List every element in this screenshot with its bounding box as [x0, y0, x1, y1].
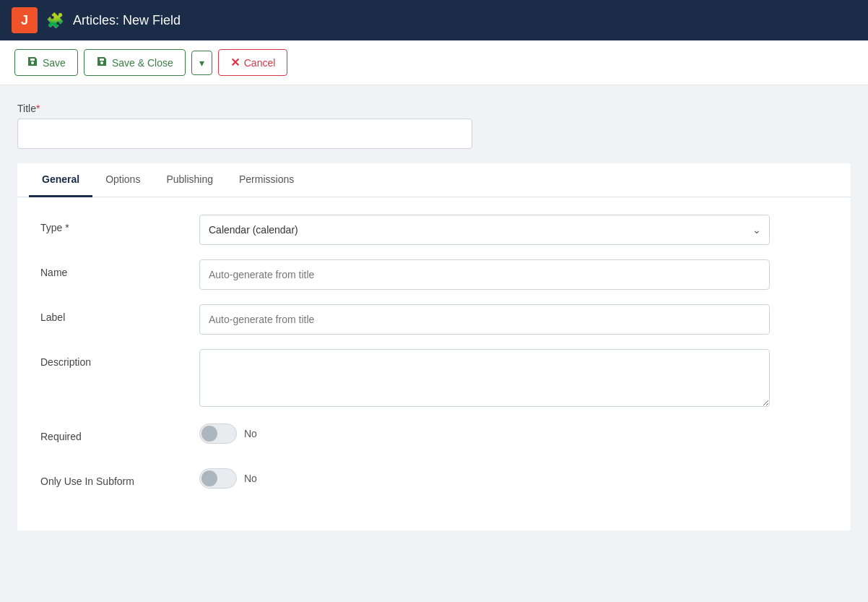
subform-value: No [244, 473, 257, 484]
title-section: Title* [17, 103, 851, 149]
cancel-button[interactable]: ✕ Cancel [218, 49, 288, 76]
name-input[interactable] [199, 259, 770, 290]
required-toggle-slider [199, 423, 237, 444]
required-label: Required [40, 423, 199, 442]
form-row-description: Description [40, 349, 828, 409]
description-textarea[interactable] [199, 349, 770, 407]
subform-control: No [199, 468, 770, 489]
top-bar: J 🧩 Articles: New Field [0, 0, 868, 40]
type-select[interactable]: Calendar (calendar) [199, 215, 770, 245]
tab-options[interactable]: Options [92, 163, 153, 197]
subform-toggle-slider [199, 468, 237, 489]
joomla-logo: J [12, 7, 38, 33]
type-control: Calendar (calendar) ⌄ [199, 215, 770, 245]
description-control [199, 349, 770, 409]
description-label: Description [40, 349, 199, 368]
form-row-label: Label [40, 304, 828, 335]
label-input[interactable] [199, 304, 770, 335]
puzzle-icon: 🧩 [46, 12, 64, 29]
form-row-subform: Only Use In Subform No [40, 468, 828, 499]
cancel-x-icon: ✕ [230, 56, 240, 69]
required-toggle-row: No [199, 423, 770, 444]
save-icon [27, 56, 38, 69]
required-value: No [244, 428, 257, 439]
form-row-type: Type * Calendar (calendar) ⌄ [40, 215, 828, 245]
tab-general[interactable]: General [29, 163, 92, 197]
name-control [199, 259, 770, 290]
cancel-label: Cancel [244, 57, 276, 69]
save-close-button[interactable]: Save & Close [84, 49, 186, 76]
name-label: Name [40, 259, 199, 278]
subform-toggle-row: No [199, 468, 770, 489]
required-control: No [199, 423, 770, 444]
chevron-down-icon: ▾ [199, 57, 204, 69]
save-dropdown-button[interactable]: ▾ [191, 51, 212, 75]
tab-content-general: Type * Calendar (calendar) ⌄ Name [17, 197, 851, 530]
title-label: Title* [17, 103, 851, 114]
content-area: Title* General Options Publishing Permis… [0, 85, 868, 530]
form-row-name: Name [40, 259, 828, 290]
page-title: Articles: New Field [73, 13, 181, 28]
label-control [199, 304, 770, 335]
subform-label: Only Use In Subform [40, 468, 199, 487]
save-label: Save [43, 57, 66, 69]
type-select-wrapper: Calendar (calendar) ⌄ [199, 215, 770, 245]
toolbar: Save Save & Close ▾ ✕ Cancel [0, 40, 868, 85]
tabs-wrapper: General Options Publishing Permissions T… [17, 163, 851, 530]
label-label: Label [40, 304, 199, 323]
save-button[interactable]: Save [14, 49, 78, 76]
type-label: Type * [40, 215, 199, 233]
subform-toggle[interactable] [199, 468, 237, 489]
form-row-required: Required No [40, 423, 828, 454]
title-input[interactable] [17, 119, 472, 149]
tab-publishing[interactable]: Publishing [153, 163, 226, 197]
required-toggle[interactable] [199, 423, 237, 444]
tab-permissions[interactable]: Permissions [226, 163, 307, 197]
save-close-label: Save & Close [112, 57, 173, 69]
save-close-icon [96, 56, 108, 69]
tabs-nav: General Options Publishing Permissions [17, 163, 851, 197]
